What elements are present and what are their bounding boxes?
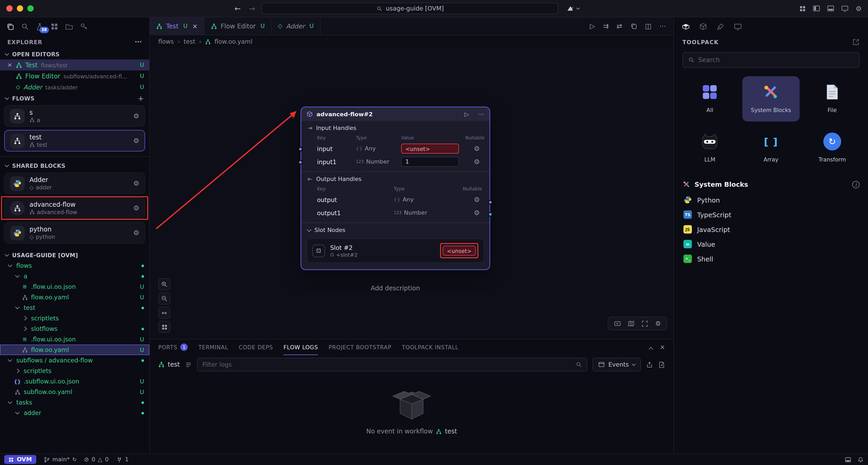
tree-item-file[interactable]: subflow.oo.yamlU: [0, 387, 149, 397]
package-icon[interactable]: [699, 22, 707, 30]
run-node-icon[interactable]: ▷: [464, 111, 469, 118]
fit-view-icon[interactable]: [642, 320, 648, 327]
tab-terminal[interactable]: TERMINAL: [198, 339, 228, 355]
value-input-unset[interactable]: <unset>: [401, 144, 459, 154]
close-icon[interactable]: ×: [7, 62, 12, 68]
tree-item-file-selected[interactable]: flow.oo.yamlU: [0, 345, 149, 355]
tree-item-folder[interactable]: slotflows: [0, 323, 149, 334]
more-actions-icon[interactable]: ⋯: [659, 22, 666, 30]
close-panel-icon[interactable]: ×: [660, 344, 665, 351]
tree-item-folder[interactable]: adder: [0, 408, 149, 418]
section-shared-blocks[interactable]: SHARED BLOCKS: [0, 160, 149, 171]
tile-file[interactable]: File: [804, 76, 861, 121]
ovm-badge[interactable]: OVM: [4, 455, 36, 464]
gear-icon[interactable]: ⚙: [133, 204, 139, 212]
shared-block-adder[interactable]: Adder ◇adder ⚙: [4, 173, 145, 194]
settings-gear-icon[interactable]: ⚙: [856, 4, 862, 12]
input-handle-row[interactable]: input1 123Number 1 ⚙: [301, 155, 490, 168]
split-editor-icon[interactable]: ◫: [645, 22, 651, 30]
open-editor-item[interactable]: Flow Editor subflows/advanced-fl... U: [0, 70, 149, 82]
input-port[interactable]: [298, 160, 303, 165]
gear-icon[interactable]: ⚙: [474, 196, 480, 204]
tile-all[interactable]: All: [681, 76, 738, 121]
windows-grid-icon[interactable]: [48, 20, 61, 33]
shared-block-python[interactable]: python ◇python ⚙: [4, 222, 145, 243]
fit-width-icon[interactable]: ↔: [158, 307, 170, 319]
explorer-icon[interactable]: [4, 20, 17, 33]
tile-system-blocks[interactable]: System Blocks: [743, 76, 800, 121]
add-flow-button[interactable]: +: [138, 94, 144, 102]
close-icon[interactable]: ×: [192, 22, 197, 30]
output-port[interactable]: [488, 200, 493, 205]
zoom-out-icon[interactable]: [158, 292, 170, 304]
apps-grid-icon[interactable]: [799, 5, 806, 12]
add-description[interactable]: Add description: [301, 285, 490, 292]
node-header[interactable]: advanced-flow#2 ▷ ⋯: [301, 107, 490, 121]
shared-block-advanced-flow[interactable]: advanced-flow advanced-flow ⚙: [4, 197, 145, 219]
run-icon[interactable]: ▷: [590, 22, 595, 30]
breadcrumb-part[interactable]: test: [184, 38, 195, 45]
input-handle-row[interactable]: input {·}Any <unset> ⚙: [301, 142, 490, 155]
tab-project-bootstrap[interactable]: PROJECT BOOTSTRAP: [329, 339, 392, 355]
gear-icon[interactable]: ⚙: [474, 158, 480, 166]
tile-llm[interactable]: LLM: [681, 126, 738, 171]
gear-icon[interactable]: ⚙: [133, 137, 139, 145]
gear-icon[interactable]: ⚙: [474, 209, 480, 217]
command-center-search[interactable]: usage-guide [OVM]: [261, 3, 559, 14]
present-icon[interactable]: [614, 320, 621, 327]
monitor-icon[interactable]: [734, 22, 742, 30]
gear-icon[interactable]: ⚙: [133, 179, 139, 187]
close-window-button[interactable]: [6, 5, 12, 11]
toolpack-search-field[interactable]: [682, 52, 860, 68]
folder-icon[interactable]: [63, 20, 76, 33]
flow-node-advanced-flow-2[interactable]: advanced-flow#2 ▷ ⋯ ⇥Input Handles Key T…: [301, 107, 490, 270]
panel-layout-icon[interactable]: [845, 456, 851, 463]
tree-item-folder[interactable]: scriptlets: [0, 313, 149, 323]
tab-flow-logs[interactable]: FLOW LOGS: [283, 339, 318, 355]
input-port[interactable]: [298, 147, 303, 151]
tree-item-file[interactable]: flow.oo.yamlU: [0, 292, 149, 302]
duplicate-icon[interactable]: [630, 23, 637, 29]
section-workspace[interactable]: USAGE-GUIDE [OVM]: [0, 249, 149, 260]
maximize-panel-icon[interactable]: [649, 344, 652, 351]
history-back-button[interactable]: ←: [235, 4, 241, 12]
flow-card-test[interactable]: test test ⚙: [4, 130, 145, 151]
tab-adder[interactable]: ◇ Adder U: [272, 17, 320, 35]
export-logs-icon[interactable]: [646, 361, 653, 368]
flow-selector[interactable]: test: [158, 361, 180, 368]
events-dropdown[interactable]: Events: [592, 358, 641, 371]
toolpack-icon[interactable]: [682, 22, 690, 30]
layout-grid-icon[interactable]: [158, 321, 170, 333]
gear-icon[interactable]: ⚙: [474, 145, 480, 152]
block-javascript[interactable]: JSJavaScript: [679, 222, 863, 237]
panel-left-icon[interactable]: [813, 5, 820, 12]
ports-indicator[interactable]: 1: [116, 456, 128, 463]
minimap-icon[interactable]: [628, 320, 634, 327]
gear-icon[interactable]: ⚙: [133, 112, 139, 120]
more-actions-icon[interactable]: ⋯: [135, 38, 142, 46]
key-icon[interactable]: [77, 20, 90, 33]
list-icon[interactable]: [185, 361, 192, 368]
section-open-editors[interactable]: OPEN EDITORS: [0, 49, 149, 59]
open-log-file-icon[interactable]: [658, 361, 665, 368]
bell-icon[interactable]: [858, 456, 864, 463]
tab-toolpack-install[interactable]: TOOLPACK INSTALL: [402, 339, 459, 355]
output-handle-row[interactable]: output {·}Any ⚙: [301, 193, 490, 206]
value-input[interactable]: 1: [401, 157, 459, 167]
tile-array[interactable]: [ ] Array: [743, 126, 800, 171]
tree-item-file[interactable]: {}.subflow.ui.oo.jsonU: [0, 376, 149, 387]
gear-icon[interactable]: ⚙: [655, 320, 661, 327]
breadcrumb-part[interactable]: flows: [158, 38, 174, 45]
flow-card-s[interactable]: s a ⚙: [4, 105, 145, 127]
tree-item-folder[interactable]: flows: [0, 260, 149, 271]
compare-icon[interactable]: ⇄: [617, 22, 622, 30]
filter-logs-field[interactable]: [197, 358, 587, 371]
tree-item-file[interactable]: ⊞.flow.ui.oo.jsonU: [0, 282, 149, 292]
panel-bottom-icon[interactable]: [827, 5, 835, 12]
open-in-new-icon[interactable]: [852, 38, 860, 46]
gear-icon[interactable]: ⚙: [133, 229, 139, 237]
output-handle-row[interactable]: output1 123Number ⚙: [301, 206, 490, 220]
section-flows[interactable]: FLOWS +: [0, 93, 149, 104]
open-editor-item[interactable]: × Test flows/test U: [0, 59, 149, 70]
breadcrumb-file[interactable]: flow.oo.yaml: [215, 38, 252, 45]
